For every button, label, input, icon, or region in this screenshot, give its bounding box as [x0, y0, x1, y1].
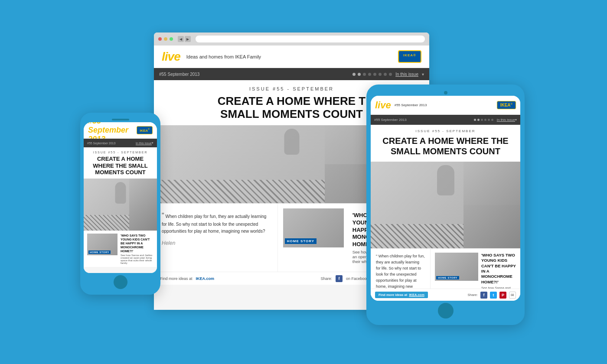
tablet-dropdown-arrow: ▾ — [515, 118, 517, 122]
tablet-footer: Find more ideas at IKEA.com Share: f t P… — [371, 289, 520, 301]
tablet-facebook-button[interactable]: f — [480, 292, 487, 299]
phone-side-bottom — [129, 205, 157, 231]
tablet-content-row: " When children play for fun, they are a… — [371, 249, 520, 289]
tablet-side-images — [463, 162, 520, 248]
nav-dot-5[interactable] — [373, 73, 376, 76]
phone-newsletter-header: #55 September 2013 IKEA® — [84, 122, 157, 139]
tablet-email-button[interactable]: ✉ — [509, 292, 516, 299]
tablet-ikea-link[interactable]: IKEA.com — [409, 293, 424, 297]
issue-label: #55 September 2013 — [159, 72, 349, 77]
nav-dot-8[interactable] — [389, 73, 392, 76]
tablet-story-inner: HOME STORY 'WHO SAYS TWO YOUNG KIDS CAN'… — [435, 253, 516, 289]
phone-story-badge: HOME STORY — [88, 250, 111, 254]
tablet-side-bottom — [463, 205, 520, 248]
live-logo: live — [162, 50, 180, 64]
tablet-side-top — [463, 162, 520, 205]
tablet-issue-title: ISSUE #55 - SEPTEMBER — [371, 125, 520, 136]
tablet-nav-dots — [474, 119, 493, 121]
facebook-share-button[interactable]: f — [336, 275, 343, 282]
tablet-twitter-button[interactable]: t — [490, 292, 497, 299]
nav-dot-2[interactable] — [358, 73, 361, 76]
tablet-headline: CREATE A HOME WHERE THE SMALL MOMENTS CO… — [371, 136, 520, 162]
tablet-footer-text: Find more ideas at — [379, 293, 407, 297]
tablet-dot-4[interactable] — [484, 119, 486, 121]
tablet-dot-2[interactable] — [477, 119, 480, 121]
quote-text: When children play for fun, they are act… — [162, 214, 266, 234]
tablet-in-this-issue[interactable]: In this issue — [497, 118, 515, 122]
tablet-dot-6[interactable] — [491, 119, 493, 121]
tablet-story-badge: HOME STORY — [436, 276, 459, 280]
phone-in-this-issue[interactable]: In this issue — [136, 142, 152, 145]
newsletter-header: live Ideas and homes from IKEA Family IK… — [154, 46, 429, 68]
story-image: HOME STORY — [283, 208, 344, 247]
phone-home-button[interactable] — [114, 275, 127, 289]
tablet-live-logo: live — [375, 100, 391, 111]
tablet-mockup: live #55 September 2013 IKEA® #55 Septem… — [366, 84, 525, 325]
signature: Helen — [162, 239, 270, 247]
tablet-home-button[interactable] — [438, 303, 454, 318]
tablet-camera — [444, 91, 447, 94]
phone-dropdown-arrow: ▾ — [152, 141, 153, 145]
nav-dot-7[interactable] — [384, 73, 387, 76]
story-badge-wrapper: HOME STORY — [285, 236, 317, 246]
phone-story-subtitle: See how Sanna and Jarkko created an open… — [121, 254, 153, 264]
phone-mockup-small: #55 September 2013 IKEA® #55 September 2… — [80, 113, 160, 295]
quote-box: " When children play for fun, they are a… — [154, 204, 278, 272]
phone-nav-bar: #55 September 2013 In this issue ▾ — [84, 139, 157, 147]
phone-headline: CREATE A HOME WHERE THE SMALL MOMENTS CO… — [84, 156, 157, 179]
on-facebook-text: on Facebook — [346, 276, 369, 281]
nav-dots — [352, 73, 392, 76]
tablet-ikea-logo: IKEA® — [497, 101, 516, 109]
phone-story: HOME STORY 'WHO SAYS TWO YOUNG KIDS CAN'… — [84, 231, 157, 267]
phone-side-images — [129, 179, 157, 231]
in-this-issue-link[interactable]: In this issue — [395, 72, 418, 77]
browser-chrome: ◀ ▶ — [154, 32, 429, 46]
ikea-logo: IKEA® — [398, 50, 421, 63]
phone-story-title: 'WHO SAYS TWO YOUNG KIDS CAN'T BE HAPPY … — [121, 234, 153, 253]
ikea-logo-text: IKEA — [403, 53, 413, 57]
forward-button[interactable]: ▶ — [185, 36, 191, 42]
nav-dot-4[interactable] — [368, 73, 371, 76]
tablet-quote-box: " When children play for fun, they are a… — [371, 249, 431, 289]
phone-side-top — [129, 179, 157, 205]
maximize-dot[interactable] — [170, 37, 173, 41]
ikea-link[interactable]: IKEA.com — [196, 276, 215, 281]
tablet-pinterest-button[interactable]: P — [499, 292, 506, 299]
close-dot[interactable] — [158, 37, 162, 41]
phone-story-image: HOME STORY — [87, 234, 117, 255]
tablet-dot-3[interactable] — [481, 119, 483, 121]
open-quote: " — [162, 212, 164, 219]
phone-screen: #55 September 2013 IKEA® #55 September 2… — [84, 122, 157, 273]
phone-speaker — [112, 119, 129, 120]
phone-ikea-logo: IKEA® — [137, 126, 153, 134]
minimize-dot[interactable] — [164, 37, 167, 41]
story-badge: HOME STORY — [285, 238, 317, 244]
url-bar[interactable] — [196, 36, 425, 42]
tablet-nav-bar: #55 September 2013 In this issue ▾ — [371, 115, 520, 125]
phone-hero-image — [84, 179, 157, 231]
back-button[interactable]: ◀ — [178, 36, 184, 42]
phone-issue-label: #55 September 2013 — [87, 142, 132, 145]
newsletter-tagline: Ideas and homes from IKEA Family — [186, 54, 398, 59]
nav-dot-3[interactable] — [363, 73, 366, 76]
tablet-hero-image — [371, 162, 520, 248]
nav-bar: #55 September 2013 In this issue ▾ — [154, 68, 429, 80]
tablet-story-section: HOME STORY 'WHO SAYS TWO YOUNG KIDS CAN'… — [431, 249, 520, 289]
phone-body: ISSUE #55 - SEPTEMBER CREATE A HOME WHER… — [84, 147, 157, 273]
tablet-story-image: HOME STORY — [435, 253, 478, 281]
nav-dot-6[interactable] — [379, 73, 382, 76]
tablet-dot-5[interactable] — [488, 119, 490, 121]
tablet-find-more-button[interactable]: Find more ideas at IKEA.com — [375, 292, 428, 298]
phone-child-figure — [115, 182, 126, 204]
phone-title-section: ISSUE #55 - SEPTEMBER CREATE A HOME WHER… — [84, 147, 157, 179]
dropdown-arrow: ▾ — [422, 72, 424, 77]
phone-story-text: 'WHO SAYS TWO YOUNG KIDS CAN'T BE HAPPY … — [121, 234, 153, 264]
tablet-issue-label: #55 September 2013 — [374, 118, 474, 122]
tablet-story-title: 'WHO SAYS TWO YOUNG KIDS CAN'T BE HAPPY … — [481, 253, 516, 285]
nav-dot-1[interactable] — [352, 73, 356, 76]
tablet-newsletter-header: live #55 September 2013 IKEA® — [371, 96, 520, 115]
child-figure — [284, 129, 299, 155]
phone-issue-title: ISSUE #55 - SEPTEMBER — [84, 147, 157, 156]
tablet-dot-1[interactable] — [474, 119, 476, 121]
tablet-quote-text: " When children play for fun, they are a… — [376, 254, 425, 289]
